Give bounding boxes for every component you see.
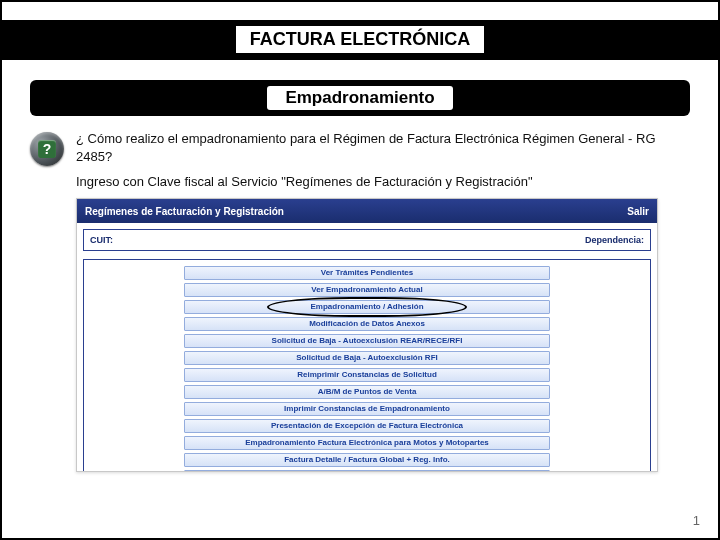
- menu-button[interactable]: Reimprimir Constancias de Solicitud: [184, 368, 550, 382]
- menu-button[interactable]: Solicitud de Baja - Autoexclusión RFI: [184, 351, 550, 365]
- slide-title: FACTURA ELECTRÓNICA: [236, 26, 484, 55]
- menu-button[interactable]: Empadronamiento Factura Electrónica para…: [184, 436, 550, 450]
- menu-button[interactable]: Ver Empadronamiento Actual: [184, 283, 550, 297]
- slide: FACTURA ELECTRÓNICA Empadronamiento ? ¿ …: [0, 0, 720, 540]
- exit-link[interactable]: Salir: [627, 206, 649, 217]
- slide-subtitle: Empadronamiento: [267, 86, 452, 110]
- dependencia-label: Dependencia:: [585, 235, 644, 245]
- menu-button[interactable]: Empadronamiento Solicitud de CAEA: [184, 470, 550, 472]
- answer-text: Ingreso con Clave fiscal al Servicio "Re…: [76, 174, 690, 189]
- question-row: ? ¿ Cómo realizo el empadronamiento para…: [30, 130, 690, 166]
- app-title: Regímenes de Facturación y Registración: [85, 206, 284, 217]
- cuit-label: CUIT:: [90, 235, 113, 245]
- menu-button[interactable]: Empadronamiento / Adhesión: [184, 300, 550, 314]
- page-number: 1: [693, 513, 700, 528]
- app-header: Regímenes de Facturación y Registración …: [77, 199, 657, 223]
- menu-button[interactable]: Factura Detalle / Factura Global + Reg. …: [184, 453, 550, 467]
- menu-button[interactable]: Modificación de Datos Anexos: [184, 317, 550, 331]
- app-screenshot: Regímenes de Facturación y Registración …: [76, 198, 658, 472]
- menu-button[interactable]: A/B/M de Puntos de Venta: [184, 385, 550, 399]
- menu-button[interactable]: Ver Trámites Pendientes: [184, 266, 550, 280]
- question-icon: ?: [30, 132, 64, 166]
- menu-button[interactable]: Presentación de Excepción de Factura Ele…: [184, 419, 550, 433]
- info-bar: CUIT: Dependencia:: [83, 229, 651, 251]
- title-bar: FACTURA ELECTRÓNICA: [2, 20, 718, 60]
- menu-button[interactable]: Imprimir Constancias de Empadronamiento: [184, 402, 550, 416]
- question-text: ¿ Cómo realizo el empadronamiento para e…: [76, 130, 690, 165]
- button-panel: Ver Trámites PendientesVer Empadronamien…: [83, 259, 651, 472]
- subtitle-bar: Empadronamiento: [30, 80, 690, 116]
- question-mark-icon: ?: [38, 140, 56, 158]
- menu-button[interactable]: Solicitud de Baja - Autoexclusión REAR/R…: [184, 334, 550, 348]
